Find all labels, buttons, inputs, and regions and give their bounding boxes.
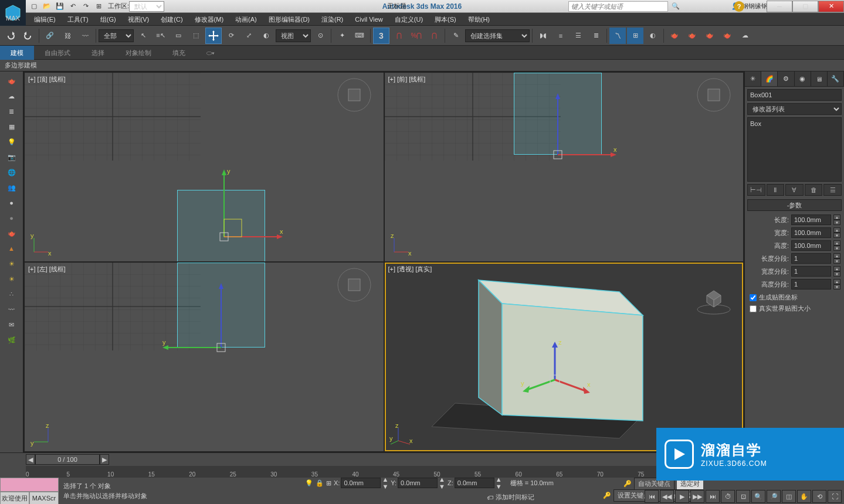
next-key-button[interactable]: ▶▶ <box>690 490 704 503</box>
snap-toggle-button[interactable]: 3 <box>373 28 389 44</box>
play-button[interactable]: ▶ <box>675 490 689 503</box>
pivot-center-button[interactable]: ⊙ <box>312 28 328 44</box>
utilities-tab[interactable]: 🔧 <box>828 71 844 86</box>
project-icon[interactable]: ⊞ <box>93 1 104 12</box>
max-toggle-button[interactable]: ⛶ <box>828 490 842 503</box>
object-name-field[interactable] <box>747 89 842 101</box>
named-selection-sets[interactable]: 创建选择集 <box>465 29 530 42</box>
menu-rendering[interactable]: 渲染(R) <box>316 13 349 26</box>
move-gizmo[interactable]: y <box>160 280 242 362</box>
plant-icon[interactable]: 🌿 <box>2 333 21 347</box>
pan-button[interactable]: ✋ <box>797 490 811 503</box>
zoom-extents-button[interactable]: 🔍 <box>751 490 765 503</box>
setkey-icon[interactable]: 🔑 <box>603 492 611 499</box>
render-online-icon[interactable]: ☁ <box>2 89 21 103</box>
viewcube[interactable] <box>337 77 372 113</box>
scale-button[interactable]: ⤢ <box>240 28 257 44</box>
make-unique-button[interactable]: ∀ <box>785 184 804 196</box>
sun-icon[interactable]: ☀ <box>2 257 21 271</box>
render-setup-button[interactable]: 🫖 <box>666 28 683 44</box>
modifier-stack[interactable]: Box <box>747 117 842 182</box>
configure-sets-button[interactable]: ☰ <box>823 184 842 196</box>
menu-tools[interactable]: 工具(T) <box>62 13 94 26</box>
menu-help[interactable]: 帮助(H) <box>462 13 496 26</box>
viewport-label[interactable]: [+] [左] [线框] <box>28 265 66 274</box>
hierarchy-tab[interactable]: ⚙ <box>778 71 794 86</box>
ref-coord-system[interactable]: 视图 <box>276 29 311 42</box>
open-icon[interactable]: 📂 <box>41 1 53 12</box>
time-config-button[interactable]: ⏱ <box>721 490 735 503</box>
render-online-button[interactable]: ☁ <box>737 28 753 44</box>
viewport-label[interactable]: [+] [顶] [线框] <box>28 75 66 84</box>
selection-filter[interactable]: 全部 <box>99 29 134 42</box>
sphere-grey-icon[interactable]: ● <box>2 211 21 225</box>
menu-views[interactable]: 视图(V) <box>122 13 155 26</box>
menu-grapheditors[interactable]: 图形编辑器(D) <box>263 13 316 26</box>
move-button[interactable] <box>205 28 222 44</box>
goto-start-button[interactable]: ⏮ <box>645 490 659 503</box>
ribbon-tab-objectpaint[interactable]: 对象绘制 <box>115 46 162 60</box>
modify-tab[interactable]: 🌈 <box>761 71 778 86</box>
maximize-button[interactable]: ▢ <box>792 1 818 12</box>
globe-icon[interactable]: 🌐 <box>2 165 21 179</box>
viewport-label[interactable]: [+] [前] [线框] <box>388 75 426 84</box>
fov-button[interactable]: ◫ <box>782 490 796 503</box>
app-logo[interactable]: MAX <box>0 0 26 26</box>
height-spinner[interactable]: ▲▼ <box>833 240 840 251</box>
display-tab[interactable]: 🖥 <box>811 71 828 86</box>
box-shaded[interactable]: z x y <box>385 263 744 451</box>
length-spinner[interactable]: ▲▼ <box>833 214 840 225</box>
params-rollout-header[interactable]: - 参数 <box>747 199 842 211</box>
menu-maxscript[interactable]: 脚本(S) <box>429 13 462 26</box>
prev-key-button[interactable]: ◀◀ <box>660 490 674 503</box>
redo-icon[interactable]: ↷ <box>80 1 91 12</box>
pin-stack-button[interactable]: ⊢⊣ <box>747 184 765 196</box>
undo-button[interactable] <box>2 28 19 44</box>
spinner-snap-button[interactable]: ⋂ <box>426 28 442 44</box>
next-frame-button[interactable]: ▶ <box>100 454 109 465</box>
rect-region-button[interactable]: ▭ <box>170 28 187 44</box>
realworld-checkbox[interactable] <box>750 305 757 312</box>
isolate-button[interactable]: ⊡ <box>736 490 750 503</box>
prev-frame-button[interactable]: ◀ <box>26 454 35 465</box>
particles-icon[interactable]: ∴ <box>2 287 21 301</box>
sphere-yellow-icon[interactable]: ● <box>2 196 21 210</box>
width-spinner[interactable]: ▲▼ <box>833 227 840 238</box>
key-icon[interactable]: 🔑 <box>623 480 632 488</box>
sun2-icon[interactable]: ☀ <box>2 272 21 286</box>
place-button[interactable]: ◐ <box>258 28 274 44</box>
menu-modifiers[interactable]: 修改器(M) <box>189 13 230 26</box>
show-end-result-button[interactable]: Ⅱ <box>767 184 785 196</box>
width-field[interactable] <box>791 227 831 238</box>
angle-snap-button[interactable]: ⋂ <box>391 28 407 44</box>
x-field[interactable] <box>341 478 381 488</box>
menu-edit[interactable]: 编辑(E) <box>28 13 62 26</box>
modifier-list[interactable]: 修改器列表 <box>747 103 842 115</box>
lseg-field[interactable] <box>791 253 831 264</box>
remove-modifier-button[interactable]: 🗑 <box>805 184 823 196</box>
search-icon[interactable]: 🔍 <box>670 1 681 12</box>
undo-icon[interactable]: ↶ <box>67 1 79 12</box>
wseg-spinner[interactable]: ▲▼ <box>833 266 840 277</box>
render-frame-button[interactable]: 🫖 <box>684 28 700 44</box>
viewport-front[interactable]: [+] [前] [线框] x zx <box>385 73 744 261</box>
goto-end-button[interactable]: ⏭ <box>706 490 720 503</box>
move-gizmo[interactable]: x <box>537 90 619 172</box>
new-icon[interactable]: ▢ <box>28 1 40 12</box>
select-by-name-button[interactable]: ≡↖ <box>152 28 169 44</box>
viewport-perspective[interactable]: [+] [透视] [真实] z x y zxy <box>385 263 744 451</box>
keyboard-shortcut-button[interactable]: ⌨ <box>351 28 368 44</box>
workspace-select[interactable]: 默认 <box>129 1 164 12</box>
viewport-left[interactable]: [+] [左] [线框] y zy <box>25 263 384 451</box>
viewcube[interactable] <box>696 280 731 315</box>
material-editor-button[interactable]: ◐ <box>645 28 661 44</box>
window-crossing-button[interactable]: ⬚ <box>188 28 204 44</box>
add-time-tag[interactable]: 添加时间标记 <box>496 493 534 502</box>
search-input[interactable] <box>568 1 668 12</box>
gen-mapping-checkbox[interactable] <box>750 294 757 301</box>
coord-mode-icon[interactable]: ⊞ <box>326 479 331 487</box>
viewport-label[interactable]: [+] [透视] [真实] <box>388 265 432 274</box>
light-icon[interactable]: 💡 <box>2 135 21 149</box>
ribbon-tab-freeform[interactable]: 自由形式 <box>34 46 81 60</box>
toggle-ribbon-button[interactable]: ≣ <box>588 28 604 44</box>
